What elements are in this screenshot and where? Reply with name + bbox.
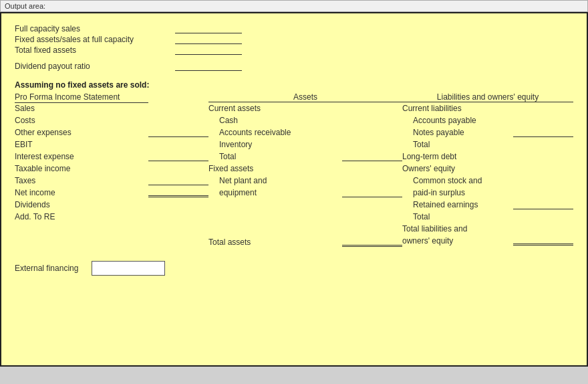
- accounts-receivable-no-value: [342, 128, 402, 137]
- income-header-text: Pro Forma Income Statement: [15, 92, 120, 102]
- notes-payable-row: Notes payable: [402, 126, 573, 138]
- total-fixed-assets-input: [175, 45, 242, 55]
- owners-equity-label: Owners' equity: [402, 164, 513, 173]
- add-to-re-label: Add. To RE: [15, 212, 148, 221]
- liabilities-header: Liabilities and owners' equity: [402, 92, 573, 102]
- equipment-row: equipment: [208, 186, 402, 198]
- paid-in-surplus-label: paid-in surplus: [402, 188, 513, 197]
- interest-expense-label: Interest expense: [15, 152, 148, 161]
- retained-earnings-value: [513, 200, 573, 209]
- fixed-assets-sales-input: [175, 35, 242, 44]
- income-header: Pro Forma Income Statement: [15, 92, 208, 102]
- equipment-label: equipment: [208, 188, 342, 197]
- total-fixed-assets-label: Total fixed assets: [15, 45, 162, 55]
- equity-total-label: Total: [402, 212, 513, 221]
- dividends-label: Dividends: [15, 200, 148, 209]
- sales-label: Sales: [15, 102, 148, 113]
- dividends-no-value: [148, 200, 208, 209]
- cash-no-value: [342, 116, 402, 125]
- fixed-assets-label: Fixed assets: [208, 164, 342, 173]
- inventory-row: Inventory: [208, 138, 402, 150]
- costs-label: Costs: [15, 116, 148, 125]
- accounts-receivable-row: Accounts receivable: [208, 126, 402, 138]
- inventory-no-value: [342, 140, 402, 149]
- net-income-value: [148, 188, 208, 197]
- equity-total-no-value: [513, 212, 573, 221]
- liab-total-label: Total: [402, 140, 513, 149]
- current-assets-total-value: [342, 152, 402, 161]
- common-stock-label: Common stock and: [402, 176, 513, 185]
- notes-payable-value: [513, 128, 573, 137]
- current-assets-total-row: Total: [208, 150, 402, 162]
- total-assets-value: [342, 237, 402, 247]
- long-term-debt-label: Long-term debt: [402, 152, 513, 161]
- cash-row: Cash: [208, 114, 402, 126]
- current-liabilities-label: Current liabilities: [402, 104, 513, 113]
- current-liabilities-row: Current liabilities: [402, 102, 573, 114]
- equipment-value: [342, 188, 402, 197]
- assets-col: Current assets Cash Accounts receivable …: [208, 102, 402, 248]
- costs-no-value: [148, 116, 208, 125]
- net-income-row: Net income: [15, 186, 208, 198]
- common-stock-row: Common stock and: [402, 174, 573, 186]
- liab-total-row: Total: [402, 138, 573, 150]
- taxes-label: Taxes: [15, 176, 148, 185]
- current-liabilities-no-value: [513, 104, 573, 113]
- add-to-re-no-value: [148, 212, 208, 221]
- dividend-row: Dividend payout ratio: [15, 62, 573, 71]
- current-assets-row: Current assets: [208, 102, 402, 114]
- retained-earnings-row: Retained earnings: [402, 198, 573, 210]
- main-container: Full capacity sales Fixed assets/sales a…: [0, 12, 588, 367]
- current-assets-total-label: Total: [208, 152, 342, 161]
- ebit-no-value: [148, 140, 208, 149]
- long-term-debt-row: Long-term debt: [402, 150, 573, 162]
- costs-row: Costs: [15, 114, 208, 126]
- paid-in-surplus-no-value: [513, 188, 573, 197]
- top-section: Full capacity sales Fixed assets/sales a…: [15, 24, 573, 74]
- income-col: Sales Costs Other expenses EBIT Interest…: [15, 102, 208, 248]
- notes-payable-label: Notes payable: [402, 128, 513, 137]
- ebit-row: EBIT: [15, 138, 208, 150]
- owners-equity-no-value: [513, 164, 573, 173]
- interest-expense-value: [148, 152, 208, 161]
- owners-equity-total-row: owners' equity: [402, 234, 573, 246]
- other-expenses-row: Other expenses: [15, 126, 208, 138]
- common-stock-no-value: [513, 176, 573, 185]
- sales-no-value: [148, 104, 208, 113]
- net-income-label: Net income: [15, 188, 148, 197]
- owners-equity-row: Owners' equity: [402, 162, 573, 174]
- owners-equity-total-label: owners' equity: [402, 236, 513, 246]
- output-label-text: Output area:: [5, 2, 45, 10]
- output-label: Output area:: [0, 0, 588, 12]
- net-plant-no-value: [342, 176, 402, 185]
- interest-expense-row: Interest expense: [15, 150, 208, 162]
- full-capacity-label: Full capacity sales: [15, 24, 162, 33]
- dividends-row: Dividends: [15, 198, 208, 210]
- total-liab-no-value: [513, 224, 573, 233]
- full-capacity-input: [175, 24, 242, 33]
- equity-total-row: Total: [402, 210, 573, 222]
- assets-header: Assets: [208, 92, 402, 102]
- external-financing-label: External financing: [15, 264, 78, 273]
- dividend-label: Dividend payout ratio: [15, 62, 162, 71]
- owners-equity-total-value: [513, 236, 573, 246]
- long-term-debt-no-value: [513, 152, 573, 161]
- add-to-re-row: Add. To RE: [15, 210, 208, 222]
- sales-row: Sales: [15, 102, 208, 114]
- dividend-input: [175, 62, 242, 71]
- fixed-assets-row: Fixed assets: [208, 162, 402, 174]
- bottom-section: External financing: [15, 261, 573, 276]
- net-plant-row: Net plant and: [208, 174, 402, 186]
- taxes-row: Taxes: [15, 174, 208, 186]
- accounts-payable-row: Accounts payable: [402, 114, 573, 126]
- total-liab-label: Total liabilities and: [402, 224, 513, 233]
- liab-total-no-value: [513, 140, 573, 149]
- fixed-assets-sales-label: Fixed assets/sales at full capacity: [15, 35, 162, 44]
- fixed-assets-sales-row: Fixed assets/sales at full capacity: [15, 35, 573, 44]
- total-assets-label: Total assets: [208, 237, 342, 247]
- three-col: Sales Costs Other expenses EBIT Interest…: [15, 102, 573, 248]
- taxes-value: [148, 176, 208, 185]
- fixed-assets-no-value: [342, 164, 402, 173]
- taxable-income-label: Taxable income: [15, 164, 148, 173]
- external-financing-input[interactable]: [92, 261, 165, 276]
